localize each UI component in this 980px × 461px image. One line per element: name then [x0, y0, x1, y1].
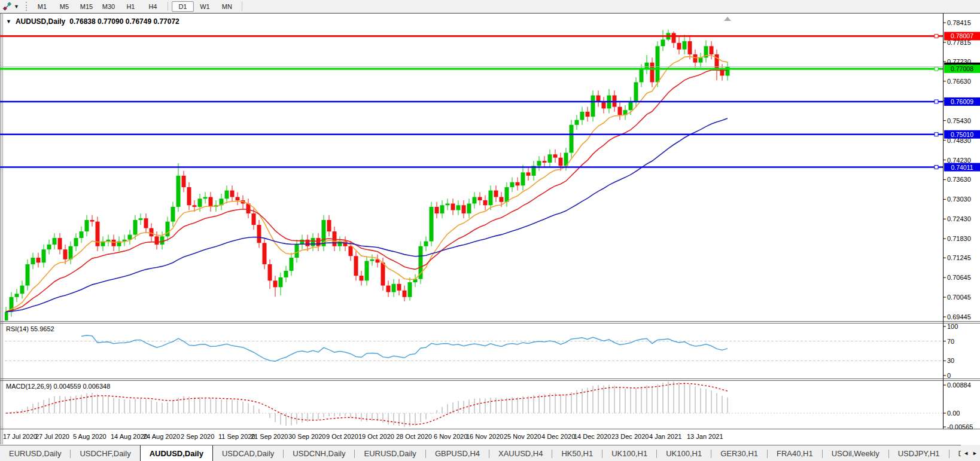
svg-text:0.70645: 0.70645 [947, 274, 971, 281]
hlines-layer[interactable] [0, 34, 943, 169]
tab-uk100-h1[interactable]: UK100,H1 [602, 445, 656, 461]
chart-objects-button[interactable]: ▼ [0, 2, 22, 11]
svg-text:5 Aug 2020: 5 Aug 2020 [73, 433, 106, 440]
chart-objects-icon [2, 2, 12, 11]
timeframe-m30-button[interactable]: M30 [98, 1, 120, 12]
tab-usdjpy-h1[interactable]: USDJPY,H1 [889, 445, 949, 461]
svg-text:0.78415: 0.78415 [947, 19, 971, 26]
tab-usoil-weekly[interactable]: USOil,Weekly [823, 445, 888, 461]
tab-eurusd-daily[interactable]: EURUSD,Daily [355, 445, 425, 461]
svg-text:16 Nov 2020: 16 Nov 2020 [466, 433, 503, 440]
svg-text:9 Oct 2020: 9 Oct 2020 [326, 433, 358, 440]
svg-text:0: 0 [947, 372, 951, 379]
svg-text:24 Aug 2020: 24 Aug 2020 [143, 433, 180, 440]
tab-xauusd-h4[interactable]: XAUUSD,H4 [489, 445, 552, 461]
hline-handle[interactable] [935, 67, 938, 71]
toolbar-grip[interactable] [26, 2, 27, 11]
svg-text:30: 30 [947, 357, 954, 364]
macd-pane: 0.008840.00-0.00565 [5, 381, 973, 431]
svg-text:100: 100 [947, 323, 958, 330]
svg-text:2 Sep 2020: 2 Sep 2020 [181, 433, 214, 440]
timeframe-mn-button[interactable]: MN [216, 1, 238, 12]
svg-text:0.73630: 0.73630 [947, 176, 971, 183]
tab-hk50-h1[interactable]: HK50,H1 [552, 445, 602, 461]
rsi-pane: 10070300 [5, 323, 958, 379]
tab-usdcad-daily[interactable]: USDCAD,Daily [213, 445, 283, 461]
svg-text:0.72430: 0.72430 [947, 215, 971, 222]
rsi-line [81, 335, 728, 361]
hline-handle[interactable] [935, 100, 938, 103]
svg-text:11 Sep 2020: 11 Sep 2020 [218, 433, 255, 440]
svg-text:0.71830: 0.71830 [947, 235, 971, 242]
timeframe-m5-button[interactable]: M5 [53, 1, 75, 12]
tab-usdcnh-daily[interactable]: USDCNH,Daily [284, 445, 354, 461]
timeframe-h1-button[interactable]: H1 [120, 1, 142, 12]
hline-handle[interactable] [935, 166, 938, 169]
top-toolbar: ▼ M1M5M15M30H1H4D1W1MN [0, 0, 980, 13]
svg-text:0.76009: 0.76009 [951, 98, 973, 105]
svg-text:0.00: 0.00 [947, 410, 960, 417]
chart-title-symbol: AUDUSD,Daily [16, 17, 65, 26]
chart-title-dropdown-icon[interactable]: ▼ [6, 19, 11, 25]
tab-eurusd-daily[interactable]: EURUSD,Daily [0, 445, 70, 461]
svg-text:21 Sep 2020: 21 Sep 2020 [251, 433, 288, 440]
svg-text:6 Nov 2020: 6 Nov 2020 [434, 433, 467, 440]
chart-title: ▼ AUDUSD,Daily 0.76838 0.77090 0.76749 0… [6, 17, 179, 26]
svg-text:14 Dec 2020: 14 Dec 2020 [574, 433, 611, 440]
svg-text:14 Aug 2020: 14 Aug 2020 [111, 433, 148, 440]
dropdown-caret-icon: ▼ [14, 4, 19, 10]
timeframe-buttons: M1M5M15M30H1H4D1W1MN [31, 1, 246, 12]
tab-usdchf-daily[interactable]: USDCHF,Daily [71, 445, 139, 461]
svg-text:4 Dec 2020: 4 Dec 2020 [541, 433, 575, 440]
svg-text:13 Jan 2021: 13 Jan 2021 [687, 433, 723, 440]
svg-text:27 Jul 2020: 27 Jul 2020 [35, 433, 69, 440]
tabs-scroll-arrows: ◄ ► [961, 445, 980, 461]
chart-tabs-bar: EURUSD,DailyUSDCHF,DailyAUDUSD,DailyUSDC… [0, 445, 980, 461]
tab-fra40-h1[interactable]: FRA40,H1 [768, 445, 822, 461]
date-axis: 17 Jul 202027 Jul 20205 Aug 202014 Aug 2… [3, 433, 723, 440]
svg-text:17 Jul 2020: 17 Jul 2020 [3, 433, 37, 440]
tab-audusd-daily[interactable]: AUDUSD,Daily [140, 445, 213, 461]
svg-text:0.75010: 0.75010 [951, 131, 973, 138]
rsi-indicator-label: RSI(14) 55.9652 [6, 325, 54, 332]
hline-handle[interactable] [935, 34, 938, 38]
chart-shift-marker-icon[interactable] [724, 17, 731, 21]
toolbar-separator [168, 2, 168, 11]
svg-text:0.00884: 0.00884 [947, 381, 971, 389]
svg-text:70: 70 [947, 338, 954, 345]
trading-app-window: ▼ M1M5M15M30H1H4D1W1MN 0.784150.778150.7… [0, 0, 980, 461]
svg-text:25 Nov 2020: 25 Nov 2020 [504, 433, 541, 440]
svg-text:0.70045: 0.70045 [947, 294, 971, 301]
tab-uk100-h1[interactable]: UK100,H1 [657, 445, 711, 461]
tab-ger30-h1[interactable]: GER30,H1 [711, 445, 767, 461]
timeframe-h4-button[interactable]: H4 [142, 1, 164, 12]
chart-window: 0.784150.778150.772300.766300.760300.754… [0, 13, 980, 445]
svg-text:0.73030: 0.73030 [947, 196, 971, 203]
svg-text:0.74011: 0.74011 [951, 164, 973, 171]
chart-frame [0, 13, 980, 444]
timeframe-m1-button[interactable]: M1 [31, 1, 53, 12]
svg-text:4 Jan 2021: 4 Jan 2021 [649, 433, 681, 440]
svg-text:0.69445: 0.69445 [947, 313, 971, 320]
svg-text:0.76630: 0.76630 [947, 78, 971, 85]
timeframe-d1-button[interactable]: D1 [172, 1, 194, 12]
main-plot[interactable] [4, 30, 730, 326]
svg-text:0.74230: 0.74230 [947, 157, 971, 164]
svg-text:23 Dec 2020: 23 Dec 2020 [611, 433, 649, 440]
svg-text:0.71245: 0.71245 [947, 254, 971, 261]
svg-text:19 Oct 2020: 19 Oct 2020 [358, 433, 394, 440]
timeframe-m15-button[interactable]: M15 [75, 1, 98, 12]
svg-text:30 Sep 2020: 30 Sep 2020 [288, 433, 325, 440]
svg-text:0.75430: 0.75430 [947, 117, 971, 124]
toolbar-separator [242, 2, 242, 11]
svg-text:0.78007: 0.78007 [951, 32, 973, 39]
tabs-scroll-right-button[interactable]: ► [972, 450, 978, 456]
chart-svg[interactable]: 0.784150.778150.772300.766300.760300.754… [0, 13, 980, 445]
tab-gbpusd-h4[interactable]: GBPUSD,H4 [426, 445, 489, 461]
svg-text:-0.00565: -0.00565 [947, 423, 973, 431]
tabs-scroll-left-button[interactable]: ◄ [963, 450, 969, 456]
candles-layer [4, 30, 730, 326]
timeframe-w1-button[interactable]: W1 [194, 1, 216, 12]
hline-handle[interactable] [935, 133, 938, 136]
macd-histogram [6, 381, 728, 427]
